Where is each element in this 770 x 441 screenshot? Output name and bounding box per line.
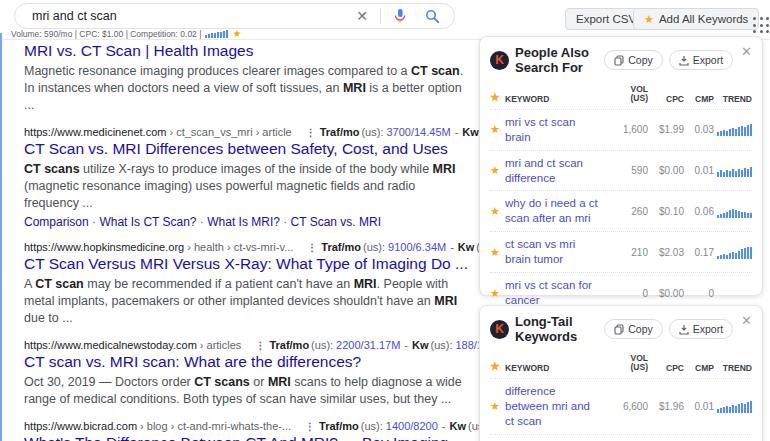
export-button[interactable]: Export — [669, 319, 733, 339]
keyword-row: ★ mri and ct scan difference 590 $0.00 0… — [490, 150, 752, 191]
cpc-value: $0.10 — [648, 206, 684, 217]
cpc-value: $0.00 — [648, 165, 684, 176]
keyword-link[interactable]: mri vs ct scan brain — [505, 115, 598, 145]
sitelink[interactable]: What Is MRI? — [207, 215, 280, 229]
favorite-star-icon[interactable]: ★ — [490, 246, 505, 259]
traffic-metric-value[interactable]: 2200/31.17M — [336, 339, 400, 351]
keyword-row: ★ difference between mri and ct scan 6,6… — [490, 378, 752, 434]
result-snippet: A CT scan may be recommended if a patien… — [24, 276, 466, 327]
favorite-star-icon[interactable]: ★ — [490, 400, 505, 413]
favorite-star-icon[interactable]: ★ — [490, 164, 505, 177]
sitelink[interactable]: CT Scan vs. MRI — [291, 215, 381, 229]
cmp-value: 0.06 — [684, 206, 714, 217]
copy-icon — [614, 55, 624, 66]
result-url[interactable]: https://www.hopkinsmedicine.org — [24, 241, 184, 253]
favorite-star-icon[interactable]: ★ — [490, 205, 505, 218]
keyword-link[interactable]: mri vs ct scan for cancer — [505, 278, 598, 308]
volume-value: 6,600 — [602, 401, 648, 412]
vol-column-header: VOL(US) — [602, 85, 648, 104]
result-breadcrumb: › ct_scan_vs_mri › article — [169, 126, 291, 138]
microphone-icon[interactable] — [393, 8, 407, 24]
sitelink[interactable]: Comparison — [24, 215, 89, 229]
volume-value: 210 — [602, 247, 648, 258]
add-all-keywords-button[interactable]: ★ Add All Keywords — [633, 8, 759, 30]
cpc-value: $1.99 — [648, 124, 684, 135]
search-result-5: https://www.bicrad.com › blog › ct-and-m… — [24, 420, 466, 441]
search-bar[interactable]: ✕ — [14, 3, 455, 29]
left-edge-highlight — [0, 33, 2, 441]
add-all-keywords-label: Add All Keywords — [659, 13, 749, 25]
star-column-icon: ★ — [490, 91, 505, 104]
search-icon[interactable] — [425, 9, 440, 24]
download-icon — [679, 55, 689, 66]
cmp-value: 0.01 — [684, 165, 714, 176]
result-sitelinks[interactable]: Comparison · What Is CT Scan? · What Is … — [24, 215, 466, 229]
keyword-column-header: KEYWORD — [505, 94, 602, 104]
vol-column-header: VOL(US) — [602, 354, 648, 373]
search-result-4: https://www.medicalnewstoday.com › artic… — [24, 339, 466, 408]
copy-button[interactable]: Copy — [604, 50, 663, 70]
kw-metric-label: Kw — [412, 339, 429, 351]
result-title-link[interactable]: What's The Difference Between CT And MRI… — [24, 434, 466, 441]
close-icon[interactable]: ✕ — [741, 45, 752, 58]
sitelink[interactable]: What Is CT Scan? — [99, 215, 196, 229]
search-input[interactable] — [32, 9, 356, 23]
keyword-row: ★ mri and ct scan near me 50 $6.66 0.13 — [490, 434, 752, 441]
close-icon[interactable]: ✕ — [741, 314, 752, 327]
search-result-3: https://www.hopkinsmedicine.org › health… — [24, 241, 466, 327]
keyword-link[interactable]: difference between mri and ct scan — [505, 384, 598, 429]
trend-column-header: TREND — [714, 94, 752, 104]
cpc-column-header: CPC — [648, 94, 684, 104]
cpc-value: $0.00 — [648, 288, 684, 299]
google-apps-icon[interactable] — [753, 17, 769, 33]
result-breadcrumb: › health › ct-vs-mri-v... — [187, 241, 293, 253]
traffic-metric-label: Traf/mo — [320, 126, 360, 138]
table-header: ★ KEYWORD VOL(US) CPC CMP TREND — [490, 354, 752, 378]
keyword-row: ★ ct scan vs mri brain tumor 210 $2.03 0… — [490, 231, 752, 272]
keyword-trend-sparkline — [205, 30, 228, 38]
keyword-row: ★ why do i need a ct scan after an mri 2… — [490, 190, 752, 231]
copy-button[interactable]: Copy — [604, 319, 663, 339]
cpc-value: $1.96 — [648, 401, 684, 412]
keyword-row: ★ mri vs ct scan brain 1,600 $1.99 0.03 — [490, 109, 752, 150]
star-icon: ★ — [644, 14, 654, 25]
search-divider — [380, 8, 381, 24]
result-snippet: Magnetic resonance imaging produces clea… — [24, 63, 466, 114]
clear-search-icon[interactable]: ✕ — [356, 9, 368, 23]
metric-separator: - — [442, 420, 446, 432]
traffic-metric-region: (us): — [361, 126, 383, 138]
favorite-star-icon[interactable]: ★ — [232, 29, 241, 39]
trend-sparkline — [717, 164, 752, 177]
favorite-star-icon[interactable]: ★ — [490, 123, 505, 136]
keyword-link[interactable]: ct scan vs mri brain tumor — [505, 237, 598, 267]
result-url[interactable]: https://www.medicinenet.com — [24, 126, 166, 138]
result-title-link[interactable]: CT Scan Versus MRI Versus X-Ray: What Ty… — [24, 255, 466, 273]
keyword-link[interactable]: why do i need a ct scan after an mri — [505, 196, 598, 226]
cmp-value: 0.17 — [684, 247, 714, 258]
kw-metric-region: (us): — [431, 339, 453, 351]
result-title-link[interactable]: CT scan vs. MRI scan: What are the diffe… — [24, 353, 466, 371]
metrics-dots-icon: ⋮ — [307, 242, 317, 253]
result-url[interactable]: https://www.medicalnewstoday.com — [24, 339, 197, 351]
trend-sparkline — [717, 400, 752, 413]
traffic-metric-label: Traf/mo — [319, 420, 359, 432]
traffic-metric-value[interactable]: 3700/14.45M — [386, 126, 450, 138]
keyword-column-header: KEYWORD — [505, 363, 602, 373]
keywords-everywhere-logo: K — [490, 51, 509, 70]
result-url[interactable]: https://www.bicrad.com — [24, 420, 137, 432]
traffic-metric-value[interactable]: 1400/8200 — [386, 420, 438, 432]
result-title-link[interactable]: MRI vs. CT Scan | Health Images — [24, 42, 466, 60]
keyword-link[interactable]: mri and ct scan difference — [505, 156, 598, 186]
export-button[interactable]: Export — [669, 50, 733, 70]
traffic-metric-value[interactable]: 9100/6.34M — [388, 241, 446, 253]
traffic-metric-label: Traf/mo — [321, 241, 361, 253]
kw-metric-label: Kw — [449, 420, 466, 432]
long-tail-keywords-panel: K Long-Tail Keywords Copy Export ✕ ★ KEY… — [479, 305, 763, 441]
result-title-link[interactable]: CT Scan vs. MRI Differences between Safe… — [24, 140, 466, 158]
favorite-star-icon[interactable]: ★ — [490, 287, 505, 300]
trend-column-header: TREND — [714, 363, 752, 373]
search-result-1: MRI vs. CT Scan | Health Images Magnetic… — [24, 42, 466, 114]
people-also-search-for-panel: K People Also Search For Copy Export ✕ ★… — [479, 36, 763, 296]
cmp-value: 0 — [684, 288, 714, 299]
trend-sparkline — [717, 123, 752, 136]
